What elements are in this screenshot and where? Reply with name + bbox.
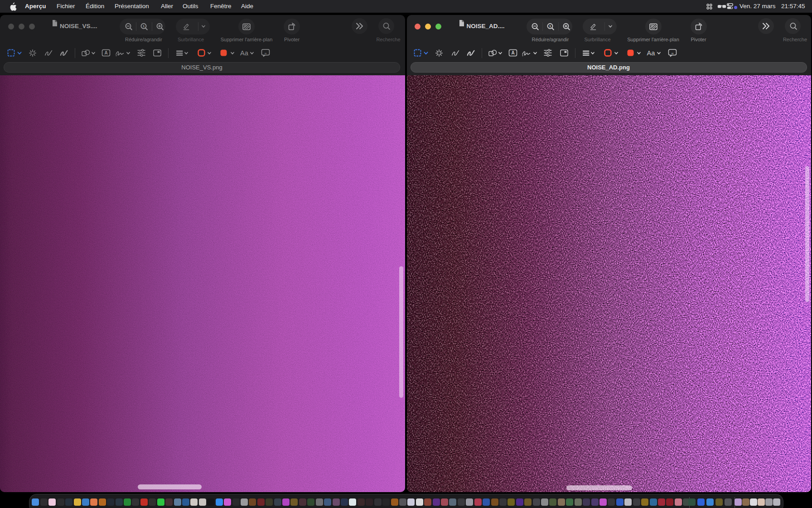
svg-text:1: 1: [142, 24, 145, 28]
svg-text:,,: ,,: [265, 50, 267, 54]
svg-text:A: A: [511, 50, 514, 55]
svg-text:A: A: [104, 50, 107, 55]
svg-text:,,: ,,: [671, 50, 673, 54]
svg-text:1: 1: [549, 24, 551, 28]
